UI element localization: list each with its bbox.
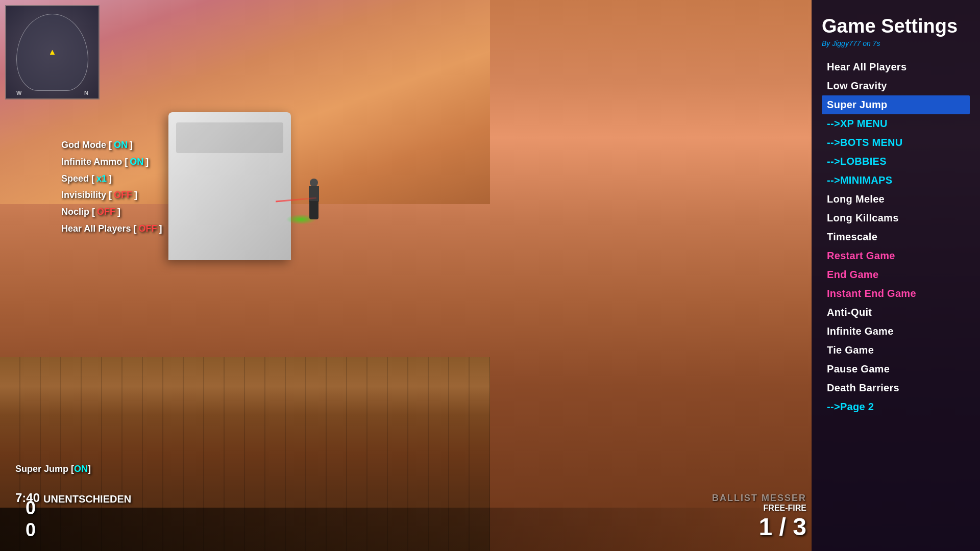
settings-panel: Game Settings By Jiggy777 on 7s Hear All… <box>812 0 980 551</box>
invisibility-value: OFF <box>114 188 132 203</box>
menu-item-3[interactable]: -->XP MENU <box>822 114 970 133</box>
menu-item-0[interactable]: Hear All Players <box>822 58 970 77</box>
noclip-value: OFF <box>97 205 115 219</box>
menu-item-7[interactable]: Long Melee <box>822 190 970 209</box>
menu-item-5[interactable]: -->LOBBIES <box>822 152 970 171</box>
minimap-compass: W N <box>6 90 99 96</box>
menu-item-1[interactable]: Low Gravity <box>822 77 970 95</box>
speed-label: Speed [ <box>61 171 94 186</box>
game-mode: UNENTSCHIEDEN <box>43 493 131 505</box>
ammo-separator: / <box>779 513 786 540</box>
speed-close: ] <box>109 171 112 186</box>
menu-item-9[interactable]: Timescale <box>822 228 970 246</box>
menu-item-18[interactable]: -->Page 2 <box>822 397 970 416</box>
infinite-ammo-status: Infinite Ammo [ ON ] <box>61 155 162 169</box>
minimap-inner: W N <box>6 6 99 98</box>
speed-status: Speed [ x1 ] <box>61 171 162 186</box>
status-display: God Mode [ ON ] Infinite Ammo [ ON ] Spe… <box>61 138 162 238</box>
menu-item-11[interactable]: End Game <box>822 265 970 284</box>
white-structure <box>168 112 291 260</box>
weapon-mode: FREE-FIRE <box>712 504 806 513</box>
menu-item-10[interactable]: Restart Game <box>822 246 970 265</box>
menu-item-16[interactable]: Pause Game <box>822 360 970 379</box>
god-mode-value: ON <box>114 138 128 153</box>
score-display: 0 0 <box>26 497 36 541</box>
weapon-display: BALLIST MESSER FREE-FIRE 1 / 3 <box>712 493 806 541</box>
menu-item-2[interactable]: Super Jump <box>822 95 970 114</box>
menu-item-8[interactable]: Long Killcams <box>822 209 970 228</box>
invisibility-close: ] <box>134 188 137 203</box>
menu-item-4[interactable]: -->BOTS MENU <box>822 133 970 152</box>
settings-title: Game Settings <box>822 15 970 37</box>
weapon-name: BALLIST MESSER <box>712 493 806 504</box>
compass-north: N <box>84 90 88 96</box>
hear-players-close: ] <box>159 221 162 236</box>
menu-item-14[interactable]: Infinite Game <box>822 322 970 341</box>
score-team2: 0 <box>26 519 36 541</box>
menu-item-12[interactable]: Instant End Game <box>822 284 970 303</box>
invisibility-status: Invisibility [ OFF ] <box>61 188 162 203</box>
super-jump-bottom-label: Super Jump [ <box>15 464 74 474</box>
hear-players-status: Hear All Players [ OFF ] <box>61 221 162 236</box>
menu-item-15[interactable]: Tie Game <box>822 341 970 360</box>
score-team1: 0 <box>26 497 36 519</box>
ammo-display: 1 / 3 <box>712 513 806 541</box>
menu-item-13[interactable]: Anti-Quit <box>822 303 970 322</box>
infinite-ammo-value: ON <box>130 155 143 169</box>
super-jump-bottom-status: Super Jump [ON] <box>15 464 91 474</box>
super-jump-bottom-close: ] <box>88 464 91 474</box>
menu-list: Hear All PlayersLow GravitySuper Jump-->… <box>822 58 970 416</box>
menu-item-6[interactable]: -->MINIMAPS <box>822 171 970 190</box>
god-mode-status: God Mode [ ON ] <box>61 138 162 153</box>
noclip-status: Noclip [ OFF ] <box>61 205 162 219</box>
bottom-bar <box>0 508 812 551</box>
speed-value: x1 <box>96 171 107 186</box>
super-jump-bottom-value: ON <box>74 464 88 474</box>
god-mode-close: ] <box>130 138 133 153</box>
noclip-close: ] <box>117 205 120 219</box>
noclip-label: Noclip [ <box>61 205 95 219</box>
compass-west: W <box>16 90 21 96</box>
god-mode-label: God Mode [ <box>61 138 112 153</box>
settings-subtitle: By Jiggy777 on 7s <box>822 39 970 47</box>
menu-item-17[interactable]: Death Barriers <box>822 379 970 397</box>
infinite-ammo-close: ] <box>145 155 149 169</box>
minimap: W N <box>5 5 100 99</box>
ammo-current: 1 <box>759 513 773 540</box>
hear-players-value: OFF <box>138 221 157 236</box>
ammo-total: 3 <box>793 513 806 540</box>
hear-players-label: Hear All Players [ <box>61 221 136 236</box>
infinite-ammo-label: Infinite Ammo [ <box>61 155 128 169</box>
invisibility-label: Invisibility [ <box>61 188 112 203</box>
